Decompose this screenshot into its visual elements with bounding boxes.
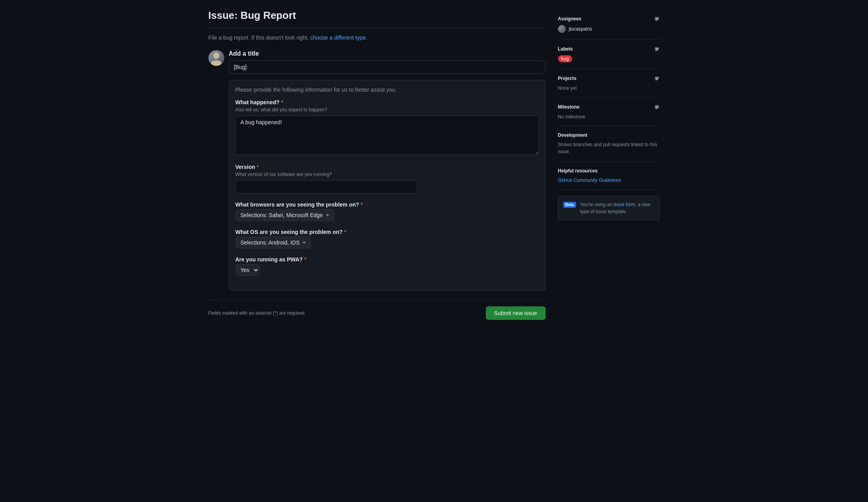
labels-title: Labels [558,46,573,52]
milestone-header: Milestone [558,104,660,110]
chevron-down-icon [326,214,329,216]
os-dropdown[interactable]: Selections: Android, iOS [236,237,311,248]
pwa-select[interactable]: Yes No [236,264,259,276]
beta-card: Beta You're using an issue form, a new t… [558,196,660,220]
required-marker: * [281,99,283,105]
sidebar-development-section: Development Shows branches and pull requ… [558,126,660,162]
assignee-avatar [558,25,566,33]
labels-gear-icon[interactable] [654,46,660,52]
projects-header: Projects [558,75,660,82]
field-label-os: What OS are you seeing the problem on? * [236,229,539,235]
browsers-dropdown[interactable]: Selections: Safari, Microsoft Edge [236,209,334,221]
assignee-row: jlucaspains [558,25,660,33]
sidebar-labels-section: Labels bug [558,40,660,69]
milestone-value: No milestone [558,114,585,120]
field-hint-version: What version of our software are you run… [236,172,539,177]
assignees-title: Assignees [558,16,582,22]
projects-value: None yet [558,85,577,91]
github-community-guidelines-link[interactable]: GitHub Community Guidelines [558,178,621,183]
milestone-gear-icon[interactable] [654,104,660,110]
labels-header: Labels [558,46,660,52]
assignees-header: Assignees [558,16,660,22]
beta-badge: Beta [563,202,576,208]
required-marker-os: * [344,229,346,235]
milestone-title: Milestone [558,104,580,110]
field-pwa: Are you running as PWA? * Yes No [236,256,539,276]
helpful-title: Helpful resources [558,168,598,174]
assignee-name: jlucaspains [569,26,592,32]
chevron-down-icon-os [303,242,306,244]
choose-different-type-link[interactable]: choose a different type. [310,34,367,41]
field-browsers: What browsers are you seeing the problem… [236,201,539,221]
development-title: Development [558,132,587,138]
field-version: Version * What version of our software a… [236,164,539,194]
field-os: What OS are you seeing the problem on? *… [236,229,539,248]
add-title-label: Add a title [229,50,545,57]
required-marker-pwa: * [304,256,306,263]
version-input[interactable] [236,180,417,194]
title-input[interactable] [229,60,545,74]
projects-title: Projects [558,76,576,81]
required-marker-browsers: * [361,201,362,208]
avatar [208,50,224,66]
what-happened-textarea[interactable]: A bug happened! [236,116,539,155]
sidebar-helpful-section: Helpful resources GitHub Community Guide… [558,162,660,190]
sidebar-projects-section: Projects None yet [558,69,660,98]
sidebar: Assignees jlucaspains Labels [558,9,660,326]
page-title: Issue: Bug Report [208,9,545,28]
development-header: Development [558,132,660,138]
projects-gear-icon[interactable] [654,75,660,82]
page-footer: Fields marked with an asterisk (*) are r… [208,300,545,326]
issue-form-link[interactable]: issue form [613,202,635,207]
beta-text: You're using an issue form, a new type o… [580,201,654,215]
field-hint-what-happened: Also tell us, what did you expect to hap… [236,107,539,112]
helpful-header: Helpful resources [558,168,660,174]
required-marker-version: * [257,164,259,170]
field-label-what-happened: What happened? * [236,99,539,105]
subtitle: File a bug report. If this doesn't look … [208,34,545,41]
development-text: Shows branches and pull requests linked … [558,141,660,155]
field-label-version: Version * [236,164,539,170]
footer-note: Fields marked with an asterisk (*) are r… [208,310,306,316]
label-bug-badge: bug [558,55,572,62]
submit-new-issue-button[interactable]: Submit new issue [486,306,545,320]
field-what-happened: What happened? * Also tell us, what did … [236,99,539,156]
assignees-gear-icon[interactable] [654,16,660,22]
sidebar-milestone-section: Milestone No milestone [558,98,660,126]
sidebar-assignees-section: Assignees jlucaspains [558,9,660,40]
field-label-browsers: What browsers are you seeing the problem… [236,201,539,208]
form-description: Please provide the following information… [236,87,539,93]
field-label-pwa: Are you running as PWA? * [236,256,539,263]
form-body: Please provide the following information… [229,80,545,290]
